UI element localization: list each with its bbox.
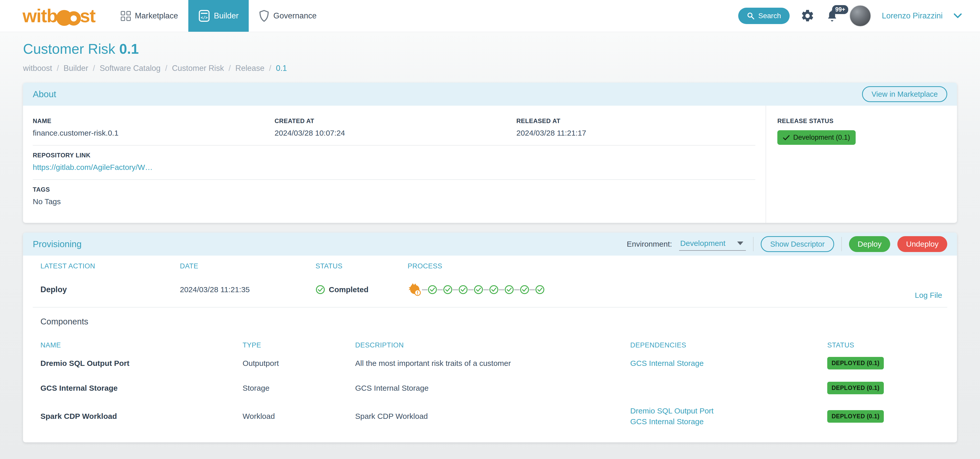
provisioning-card: Provisioning Environment: Development Sh… — [23, 233, 957, 442]
breadcrumb-item[interactable]: Builder — [64, 64, 88, 73]
col-description: DESCRIPTION — [355, 335, 630, 351]
about-card: About View in Marketplace NAME finance.c… — [23, 83, 957, 223]
process-check-icon — [443, 285, 453, 294]
process-steps: ! — [407, 283, 545, 297]
user-name[interactable]: Lorenzo Pirazzini — [882, 11, 943, 21]
user-avatar[interactable] — [850, 5, 871, 27]
repository-link[interactable]: https://gitlab.com/AgileFactory/W… — [33, 163, 153, 172]
process-check-icon — [474, 285, 484, 294]
breadcrumb-item[interactable]: Customer Risk — [172, 64, 224, 73]
search-icon — [747, 12, 754, 20]
breadcrumb-item[interactable]: witboost — [23, 64, 52, 73]
main-navigation: Marketplace </> Builder Governance — [111, 0, 327, 32]
check-circle-icon — [315, 285, 325, 294]
nav-item-marketplace[interactable]: Marketplace — [111, 0, 188, 32]
about-title: About — [33, 89, 56, 99]
component-status: DEPLOYED (0.1) — [827, 351, 947, 376]
component-name: Dremio SQL Output Port — [40, 353, 243, 374]
process-connector — [468, 289, 474, 291]
release-status-panel: RELEASE STATUS Development (0.1) — [765, 106, 957, 223]
dependency-link[interactable]: GCS Internal Storage — [630, 359, 822, 368]
search-button[interactable]: Search — [738, 8, 790, 24]
component-description: All the most important risk traits of a … — [355, 353, 630, 374]
code-icon: </> — [199, 10, 210, 22]
notification-count-badge: 99+ — [832, 5, 848, 14]
field-tags: TAGS No Tags — [33, 180, 765, 214]
breadcrumb-separator: / — [93, 64, 95, 73]
process-check-icon — [489, 285, 499, 294]
environment-select[interactable]: Development — [679, 237, 746, 251]
process-check-icon — [458, 285, 468, 294]
check-icon — [783, 135, 790, 140]
caret-down-icon — [737, 241, 743, 245]
component-type: Storage — [243, 378, 355, 399]
divider — [753, 237, 754, 251]
breadcrumb-item[interactable]: Release — [235, 64, 264, 73]
process-connector — [437, 289, 443, 291]
col-status: STATUS — [315, 262, 407, 270]
show-descriptor-button[interactable]: Show Descriptor — [761, 236, 834, 252]
nav-label: Marketplace — [135, 11, 178, 21]
process-connector — [514, 289, 520, 291]
top-nav-bar: witb st Marketplace </> Builder Governan… — [0, 0, 980, 32]
divider — [841, 237, 842, 251]
breadcrumb-separator: / — [165, 64, 167, 73]
svg-text:!: ! — [417, 291, 418, 295]
environment-label: Environment: — [627, 240, 672, 248]
chevron-down-icon[interactable] — [953, 13, 962, 19]
deploy-button[interactable]: Deploy — [849, 236, 890, 252]
entity-name: Customer Risk — [23, 41, 115, 57]
page-content: Customer Risk 0.1 witboost/Builder/Softw… — [0, 32, 980, 459]
logo-text-left: witb — [22, 5, 57, 26]
entity-version: 0.1 — [119, 41, 139, 57]
component-dependencies: GCS Internal Storage — [630, 353, 827, 374]
latest-action-value: Deploy — [40, 283, 180, 297]
col-type: TYPE — [243, 335, 355, 351]
process-check-icon — [428, 285, 437, 294]
view-in-marketplace-button[interactable]: View in Marketplace — [862, 86, 947, 102]
process-check-icon — [504, 285, 514, 294]
latest-action-table: LATEST ACTION DATE STATUS PROCESS Deploy… — [33, 262, 947, 297]
field-released-at: RELEASED AT 2024/03/28 11:21:17 — [516, 118, 765, 137]
process-connector — [422, 289, 428, 291]
shield-icon — [259, 10, 269, 22]
process-check-icon — [535, 285, 545, 294]
breadcrumb-item[interactable]: Software Catalog — [100, 64, 161, 73]
component-status: DEPLOYED (0.1) — [827, 376, 947, 400]
component-type: Workload — [243, 406, 355, 427]
component-description: Spark CDP Workload — [355, 406, 630, 427]
nav-label: Governance — [273, 11, 317, 21]
breadcrumb-separator: / — [57, 64, 59, 73]
process-connector — [484, 289, 489, 291]
logo-ring-icon — [67, 11, 81, 25]
process-check-icon — [520, 285, 530, 294]
grid-icon — [121, 11, 131, 21]
dependency-link[interactable]: Dremio SQL Output Port — [630, 407, 822, 415]
notifications-button[interactable]: 99+ — [826, 9, 839, 22]
status-completed: Completed — [315, 285, 369, 294]
component-dependencies — [630, 382, 827, 394]
release-status-badge: Development (0.1) — [777, 130, 856, 145]
log-file-link[interactable]: Log File — [915, 291, 942, 300]
svg-text:</>: </> — [200, 15, 207, 20]
process-connector — [499, 289, 504, 291]
nav-item-builder[interactable]: </> Builder — [188, 0, 249, 32]
divider — [33, 307, 947, 308]
dependency-link[interactable]: GCS Internal Storage — [630, 417, 822, 426]
component-description: GCS Internal Storage — [355, 378, 630, 399]
col-dependencies: DEPENDENCIES — [630, 335, 827, 351]
about-fields: NAME finance.customer-risk.0.1 CREATED A… — [23, 106, 765, 223]
settings-button[interactable] — [800, 9, 815, 23]
deployed-status-badge: DEPLOYED (0.1) — [827, 357, 884, 370]
breadcrumb: witboost/Builder/Software Catalog/Custom… — [23, 64, 957, 73]
about-header: About View in Marketplace — [23, 83, 957, 106]
components-title: Components — [40, 317, 947, 326]
undeploy-button[interactable]: Undeploy — [897, 236, 947, 252]
nav-label: Builder — [214, 11, 239, 21]
witboost-logo[interactable]: witb st — [22, 5, 95, 26]
deployed-status-badge: DEPLOYED (0.1) — [827, 382, 884, 394]
nav-item-governance[interactable]: Governance — [249, 0, 327, 32]
breadcrumb-item[interactable]: 0.1 — [276, 64, 287, 73]
col-status: STATUS — [827, 335, 947, 351]
deployed-status-badge: DEPLOYED (0.1) — [827, 410, 884, 422]
